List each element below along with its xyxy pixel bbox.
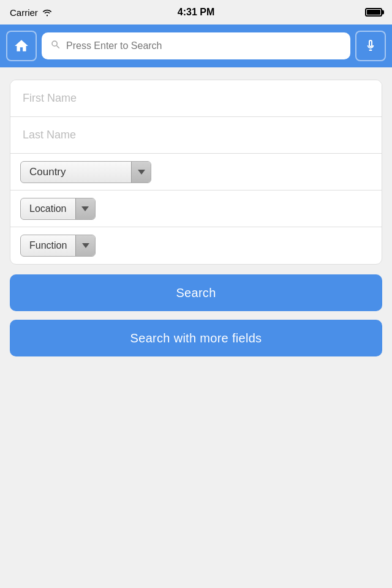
- battery-icon: [365, 8, 382, 17]
- country-row: Country: [10, 154, 382, 190]
- location-dropdown-label: Location: [21, 203, 75, 214]
- chevron-down-icon: [138, 170, 145, 175]
- search-icon: [50, 39, 61, 53]
- country-dropdown[interactable]: Country: [20, 161, 151, 183]
- country-dropdown-arrow: [131, 162, 151, 183]
- location-dropdown-arrow: [75, 198, 95, 219]
- location-dropdown[interactable]: Location: [20, 198, 96, 220]
- time-label: 4:31 PM: [178, 7, 214, 18]
- chevron-down-icon: [82, 243, 89, 248]
- function-dropdown-label: Function: [21, 240, 75, 251]
- home-icon: [13, 38, 29, 54]
- search-bar: [42, 32, 350, 59]
- wifi-icon: [42, 8, 53, 17]
- function-dropdown[interactable]: Function: [20, 235, 96, 257]
- search-button[interactable]: Search: [10, 274, 382, 311]
- mic-button[interactable]: [355, 31, 386, 61]
- location-row: Location: [10, 190, 382, 227]
- main-content: Country Location Function: [0, 67, 392, 369]
- nav-bar: [0, 24, 392, 67]
- first-name-input[interactable]: [10, 80, 382, 117]
- chevron-down-icon: [81, 206, 89, 211]
- mic-icon: [363, 39, 378, 53]
- form-card: Country Location Function: [10, 80, 382, 265]
- function-row: Function: [10, 227, 382, 264]
- last-name-input[interactable]: [10, 117, 382, 154]
- carrier-label: Carrier: [10, 7, 38, 18]
- search-more-button[interactable]: Search with more fields: [10, 320, 382, 356]
- status-left: Carrier: [10, 7, 53, 18]
- status-right: [365, 8, 382, 17]
- status-bar: Carrier 4:31 PM: [0, 0, 392, 24]
- search-input[interactable]: [66, 40, 342, 51]
- function-dropdown-arrow: [75, 235, 95, 256]
- country-dropdown-label: Country: [21, 166, 131, 178]
- home-button[interactable]: [6, 31, 37, 61]
